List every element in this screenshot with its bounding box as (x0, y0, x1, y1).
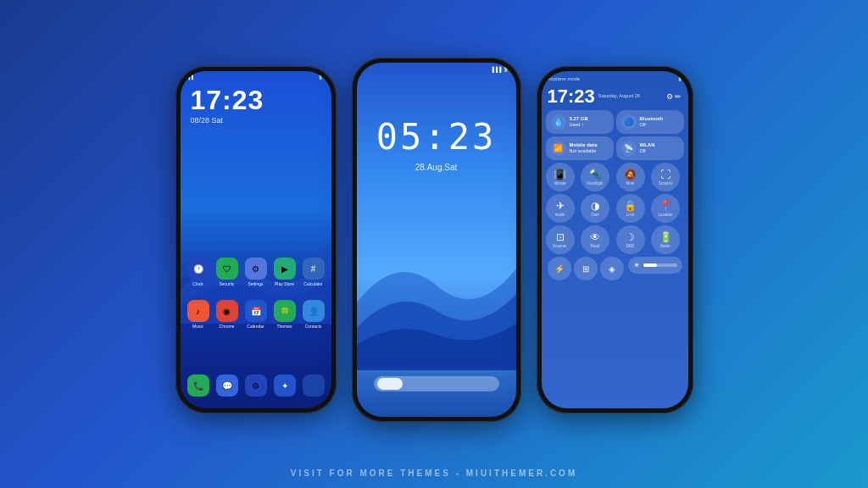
lock-status-bar: ▌▌▌🔋 (357, 63, 516, 74)
phone-home: ▌▌ 🔋 17:23 08/28 Sat 🕐 (175, 66, 337, 413)
wlan-tile-icon: 📡 (621, 141, 637, 156)
brightness-track (643, 263, 677, 267)
lock-signal-icon: ▌▌▌🔋 (492, 66, 509, 72)
app-security-label: Security (219, 281, 234, 286)
cc-status-icons: 🔋 (677, 76, 682, 81)
flashlight-label: Flashlight (587, 181, 603, 186)
dock-apps[interactable]: ⚙ (243, 374, 269, 396)
cc-btn-battery[interactable]: 🔋 Batter (651, 225, 680, 254)
grid-icon: ⊞ (582, 264, 589, 274)
app-music[interactable]: ♪ Music (186, 300, 211, 329)
cc-btn-eye[interactable]: ◈ (600, 257, 624, 280)
cc-tiles-row2: 📶 Mobile data Not available 📡 WLAN Off (546, 136, 684, 160)
status-icons-left: ▌▌ (189, 75, 195, 80)
apps-dock-icon: ⚙ (252, 381, 259, 391)
cc-btn-vibrate[interactable]: 📳 Vibrate (546, 163, 575, 191)
dock-messages[interactable]: 💬 (214, 374, 240, 396)
app-playstore[interactable]: ▶ Play Store (272, 258, 298, 286)
cc-btn-location[interactable]: 📍 Location (651, 194, 680, 223)
dock-phone[interactable]: 📞 (186, 374, 211, 396)
app-chrome[interactable]: ◉ Chrome (214, 300, 240, 329)
cc-tile-data[interactable]: 💧 3.27 GB Used ↑ (546, 110, 614, 134)
settings-app-icon: ⚙ (252, 264, 259, 274)
wlan-label: WLAN (640, 141, 655, 148)
mute-label: Mute (626, 181, 634, 186)
status-icons-right: 🔋 (318, 75, 323, 80)
cc-btn-mute[interactable]: 🔕 Mute (616, 163, 645, 191)
mobile-label: Mobile data (570, 141, 598, 148)
cc-tile-mobile[interactable]: 📶 Mobile data Not available (546, 136, 614, 160)
app-themes[interactable]: 🍀 Themes (272, 300, 298, 329)
app-contacts-label: Contacts (305, 324, 322, 329)
cc-tile-bluetooth[interactable]: 🔵 Bluetooth Off (616, 110, 684, 134)
control-center-bg: Airplane mode 🔋 17:23 Saturday, August 2… (542, 71, 688, 408)
cc-btn-grid[interactable]: ⊞ (574, 257, 598, 280)
mobile-tile-text: Mobile data Not available (570, 141, 598, 155)
data-sub-label: Used ↑ (570, 122, 588, 129)
app-music-label: Music (192, 324, 203, 329)
cc-brightness-slider[interactable]: ☀ (628, 257, 682, 274)
calendar-app-icon: 📅 (251, 307, 261, 316)
cc-btn-darkmode[interactable]: ◑ Dark (581, 194, 609, 223)
flashlight-icon: 🔦 (589, 169, 602, 180)
app-settings-label: Settings (248, 281, 263, 286)
lock-wave-svg (357, 201, 516, 370)
extra1-dock-icon: ✦ (281, 381, 288, 391)
airplane-label: mode (555, 213, 565, 217)
cc-btn-airplane[interactable]: ✈ mode (546, 194, 575, 223)
lock-label: Lock (626, 213, 635, 217)
screenshot-label: Screens (659, 181, 673, 186)
dock-extra1[interactable]: ✦ (272, 374, 298, 396)
clock-app-icon: 🕐 (193, 264, 203, 274)
home-clock: 17:23 (181, 81, 331, 116)
home-status-bar: ▌▌ 🔋 (181, 71, 331, 81)
phone-lock-inner: ▌▌▌🔋 05:23 28.Aug.Sat (357, 63, 516, 417)
app-clock-label: Clock (192, 281, 203, 286)
lock-clock: 05:23 (376, 116, 496, 158)
cc-top-bar: Airplane mode 🔋 (546, 75, 684, 83)
reader-icon: 👁 (590, 231, 600, 243)
lock-slider[interactable] (374, 376, 499, 391)
screenshot-icon: ⛶ (660, 169, 670, 180)
vibrate-icon: 📳 (554, 169, 566, 180)
security-app-icon: 🛡 (223, 264, 231, 274)
cc-btn-lock[interactable]: 🔒 Lock (616, 194, 645, 223)
chrome-app-icon: ◉ (223, 307, 231, 316)
app-clock[interactable]: 🕐 Clock (186, 258, 211, 286)
dock-extra2[interactable] (301, 374, 326, 396)
cc-tiles-row1: 💧 3.27 GB Used ↑ 🔵 Bluetooth Off (546, 110, 684, 134)
vibrate-label: Vibrate (554, 181, 565, 186)
home-screen-bg: ▌▌ 🔋 17:23 08/28 Sat 🕐 (181, 71, 331, 408)
cc-btn-flashlight[interactable]: 🔦 Flashlight (581, 163, 609, 191)
cc-btn-screenshot[interactable]: ⛶ Screens (651, 163, 680, 191)
app-grid-row2: ♪ Music ◉ Chrome 📅 Calendar 🍀 Themes (181, 297, 331, 332)
messages-dock-icon: 💬 (222, 381, 232, 391)
cc-btn-dnd[interactable]: ☽ DND (616, 225, 645, 254)
cc-time-row: 17:23 Saturday, August 28 ⚙ ✏ (546, 86, 684, 108)
app-calculator[interactable]: # Calculator (301, 258, 326, 286)
airplane-mode-label: Airplane mode (548, 76, 581, 81)
signal-icon: ▌▌ (189, 75, 195, 80)
cc-settings-icon[interactable]: ⚙ ✏ (666, 92, 682, 101)
cc-tile-wlan[interactable]: 📡 WLAN Off (616, 136, 684, 160)
darkmode-icon: ◑ (591, 200, 599, 212)
phones-container: ▌▌ 🔋 17:23 08/28 Sat 🕐 (175, 58, 693, 422)
cc-btn-scanner[interactable]: ⊡ Scanner (546, 225, 575, 254)
wlan-sub-label: Off (640, 148, 655, 155)
cc-btn-reader[interactable]: 👁 Read (581, 225, 609, 254)
app-contacts[interactable]: 👤 Contacts (301, 300, 326, 329)
app-settings[interactable]: ⚙ Settings (243, 258, 269, 286)
app-calendar[interactable]: 📅 Calendar (243, 300, 269, 329)
brightness-fill (643, 263, 657, 267)
home-date: 08/28 Sat (181, 116, 331, 125)
scanner-icon: ⊡ (556, 231, 565, 243)
dnd-icon: ☽ (626, 231, 635, 243)
cc-btn-bolt[interactable]: ⚡ (548, 257, 571, 280)
phone-home-inner: ▌▌ 🔋 17:23 08/28 Sat 🕐 (181, 71, 331, 408)
dnd-label: DND (626, 244, 635, 248)
reader-label: Read (591, 244, 600, 248)
app-playstore-label: Play Store (275, 281, 294, 286)
app-security[interactable]: 🛡 Security (214, 258, 240, 286)
cc-date-info: Saturday, August 28 (598, 93, 640, 100)
app-grid-row1: 🕐 Clock 🛡 Security ⚙ Settings ▶ Play Sto… (181, 254, 331, 290)
